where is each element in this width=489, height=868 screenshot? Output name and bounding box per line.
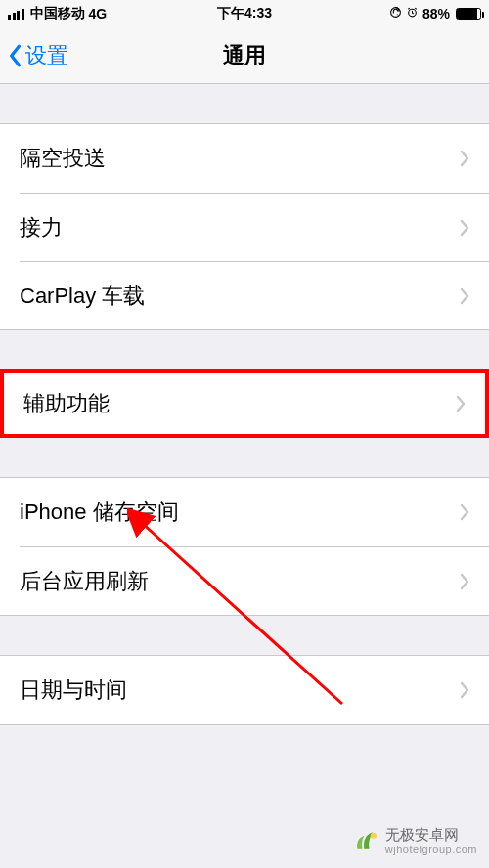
row-carplay[interactable]: CarPlay 车载 [20,261,489,329]
list-group: iPhone 储存空间 后台应用刷新 [0,477,489,616]
battery-icon [456,8,481,20]
row-label: 后台应用刷新 [20,567,460,596]
chevron-right-icon [460,150,469,167]
chevron-right-icon [460,503,469,521]
watermark-title: 无极安卓网 [385,826,477,844]
row-label: 接力 [20,213,460,242]
row-label: 辅助功能 [23,389,456,418]
row-background-refresh[interactable]: 后台应用刷新 [20,546,489,615]
network-label: 4G [89,6,108,22]
group-spacer [0,84,489,123]
battery-pct: 88% [422,6,450,22]
svg-point-3 [371,833,377,839]
back-button[interactable]: 设置 [8,41,68,70]
list-group: 隔空投送 接力 CarPlay 车载 [0,123,489,330]
group-spacer [0,438,489,477]
row-label: CarPlay 车载 [20,282,460,311]
row-date-time[interactable]: 日期与时间 [0,656,489,724]
page-title: 通用 [223,41,266,70]
carrier-label: 中国移动 [30,5,85,22]
back-label: 设置 [25,41,68,70]
signal-icon [8,9,24,20]
lock-icon [389,6,402,22]
row-iphone-storage[interactable]: iPhone 储存空间 [0,478,489,546]
chevron-right-icon [460,287,469,305]
chevron-right-icon [460,573,469,590]
group-spacer [0,616,489,655]
list-group-highlighted: 辅助功能 [0,369,489,438]
watermark-logo-icon [352,827,379,854]
row-handoff[interactable]: 接力 [20,193,489,261]
row-label: iPhone 储存空间 [20,498,460,527]
chevron-right-icon [460,681,469,699]
nav-bar: 设置 通用 [0,27,489,84]
chevron-right-icon [460,219,469,237]
list-group: 日期与时间 [0,655,489,725]
row-airdrop[interactable]: 隔空投送 [0,124,489,193]
chevron-right-icon [456,395,466,412]
row-label: 隔空投送 [20,144,460,173]
chevron-left-icon [8,44,22,67]
alarm-icon [406,6,419,22]
group-spacer [0,330,489,369]
watermark: 无极安卓网 wjhotelgroup.com [352,826,477,856]
watermark-url: wjhotelgroup.com [385,844,477,856]
row-label: 日期与时间 [20,675,460,705]
status-right: 88% [389,6,481,22]
row-accessibility[interactable]: 辅助功能 [4,373,485,434]
status-left: 中国移动 4G [8,5,107,22]
status-bar: 中国移动 4G 下午4:33 88% [0,0,489,27]
clock: 下午4:33 [217,5,272,22]
